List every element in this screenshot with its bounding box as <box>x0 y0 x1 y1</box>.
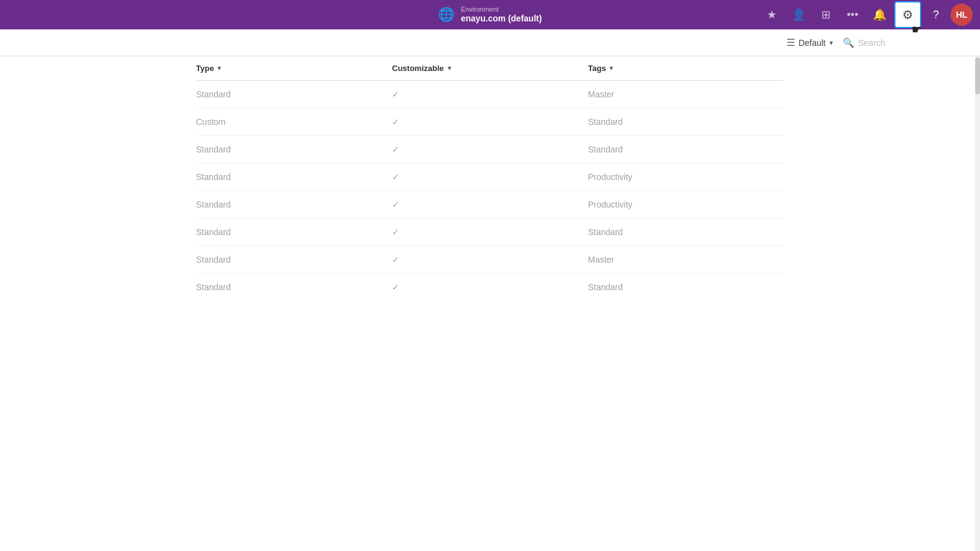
cell-customizable: ✓ <box>392 200 588 209</box>
cell-type: Standard <box>196 282 392 292</box>
check-icon: ✓ <box>392 172 399 182</box>
cell-type: Standard <box>196 200 392 209</box>
notifications-button[interactable]: 🔔 <box>867 2 892 27</box>
check-icon: ✓ <box>392 89 399 99</box>
cell-tags: Productivity <box>588 200 784 209</box>
environment-section: 🌐 Environment enayu.com (default) <box>438 6 541 24</box>
cell-type: Standard <box>196 227 392 237</box>
main-content: Type ▾ Customizable ▾ Tags ▾ Standard✓Ma… <box>0 56 980 551</box>
customizable-sort-icon: ▾ <box>448 64 451 72</box>
check-icon: ✓ <box>392 227 399 237</box>
header-bar: 🌐 Environment enayu.com (default) ★ 👤 ⊞ … <box>0 0 980 29</box>
type-column-label: Type <box>196 64 214 73</box>
hamburger-icon: ☰ <box>786 37 795 48</box>
customizable-column-label: Customizable <box>392 64 444 73</box>
table-row[interactable]: Standard✓Productivity <box>196 163 784 191</box>
scrollbar-track[interactable] <box>975 56 980 551</box>
search-placeholder: Search <box>858 38 885 48</box>
check-icon: ✓ <box>392 144 399 154</box>
tags-column-label: Tags <box>588 64 606 73</box>
question-mark-icon: ? <box>933 9 939 21</box>
cell-tags: Standard <box>588 227 784 237</box>
check-icon: ✓ <box>392 255 399 264</box>
type-sort-icon: ▾ <box>217 64 221 72</box>
cell-type: Standard <box>196 89 392 99</box>
col-header-customizable: Customizable ▾ <box>392 64 588 73</box>
tags-sort-icon: ▾ <box>609 64 613 72</box>
col-header-type: Type ▾ <box>196 64 392 73</box>
bell-icon: 🔔 <box>873 8 886 21</box>
help-button[interactable]: ? <box>924 2 948 27</box>
cell-type: Standard <box>196 255 392 264</box>
cell-type: Custom <box>196 117 392 127</box>
cell-customizable: ✓ <box>392 172 588 182</box>
ellipsis-button[interactable]: ••• <box>840 2 865 27</box>
cell-tags: Master <box>588 89 784 99</box>
check-icon: ✓ <box>392 117 399 127</box>
person-button[interactable]: 👤 <box>786 2 811 27</box>
check-icon: ✓ <box>392 200 399 209</box>
cell-tags: Productivity <box>588 172 784 182</box>
apps-button[interactable]: ⊞ <box>813 2 838 27</box>
toolbar: ☰ Default ▾ 🔍 Search <box>0 29 980 56</box>
bookmark-button[interactable]: ★ <box>760 2 784 27</box>
table-row[interactable]: Standard✓Standard <box>196 219 784 246</box>
cell-customizable: ✓ <box>392 117 588 127</box>
cell-customizable: ✓ <box>392 227 588 237</box>
gear-icon: ⚙ <box>902 7 913 22</box>
table-body: Standard✓MasterCustom✓StandardStandard✓S… <box>196 81 784 301</box>
table-row[interactable]: Standard✓Master <box>196 246 784 274</box>
environment-icon: 🌐 <box>438 7 454 23</box>
data-table: Type ▾ Customizable ▾ Tags ▾ Standard✓Ma… <box>0 56 980 301</box>
scrollbar-thumb[interactable] <box>975 58 980 94</box>
table-header-row: Type ▾ Customizable ▾ Tags ▾ <box>196 56 784 81</box>
cell-customizable: ✓ <box>392 89 588 99</box>
environment-text: Environment enayu.com (default) <box>461 6 541 24</box>
chevron-down-icon: ▾ <box>829 39 833 47</box>
col-header-tags: Tags ▾ <box>588 64 784 73</box>
table-row[interactable]: Custom✓Standard <box>196 108 784 136</box>
cell-tags: Standard <box>588 117 784 127</box>
search-icon: 🔍 <box>843 37 854 48</box>
view-label: Default <box>799 38 826 48</box>
settings-button[interactable]: ⚙ ☛ <box>894 1 921 28</box>
cell-customizable: ✓ <box>392 255 588 264</box>
cell-type: Standard <box>196 172 392 182</box>
table-row[interactable]: Standard✓Standard <box>196 274 784 301</box>
avatar[interactable]: HL <box>951 4 973 26</box>
cell-tags: Master <box>588 255 784 264</box>
cell-type: Standard <box>196 144 392 154</box>
cell-tags: Standard <box>588 282 784 292</box>
table-row[interactable]: Standard✓Master <box>196 81 784 108</box>
search-bar[interactable]: 🔍 Search <box>843 37 965 48</box>
table-row[interactable]: Standard✓Productivity <box>196 191 784 219</box>
cell-tags: Standard <box>588 144 784 154</box>
avatar-initials: HL <box>956 10 968 20</box>
header-nav-icons: ★ 👤 ⊞ ••• 🔔 ⚙ ☛ ? HL <box>760 1 973 28</box>
environment-name: enayu.com (default) <box>461 13 541 24</box>
check-icon: ✓ <box>392 282 399 292</box>
environment-label: Environment <box>461 6 541 13</box>
cell-customizable: ✓ <box>392 282 588 292</box>
cell-customizable: ✓ <box>392 144 588 154</box>
view-selector[interactable]: ☰ Default ▾ <box>786 37 833 48</box>
table-row[interactable]: Standard✓Standard <box>196 136 784 163</box>
